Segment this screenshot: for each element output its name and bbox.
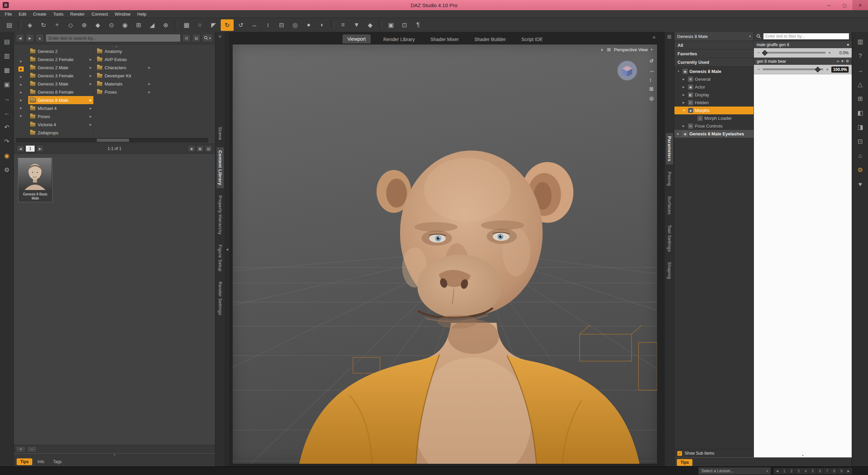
next-page-button[interactable]: ▶ (36, 145, 44, 152)
view-navigation-cube[interactable] (616, 60, 638, 81)
menu-item[interactable]: File (1, 11, 15, 17)
nudge-down-button[interactable]: − (757, 67, 760, 72)
pager-page-button[interactable]: 5 (810, 468, 816, 474)
pager-prev-button[interactable]: ◀ (774, 468, 780, 474)
pager-page-button[interactable]: 6 (817, 468, 823, 474)
collapse-all-button[interactable]: ⊟ (182, 34, 191, 42)
parameters-tree-item[interactable]: ▼ ◉ Genesis 8 Male (674, 68, 754, 75)
help-icon[interactable]: ? (856, 52, 865, 60)
menu-item[interactable]: Connect (88, 11, 111, 17)
rotate-tool-icon[interactable]: ↻ (37, 19, 50, 31)
side-tab[interactable]: Parameters (666, 133, 673, 165)
side-tab[interactable]: Content Library (217, 147, 224, 188)
nudge-down-button[interactable]: − (757, 50, 760, 55)
category-row[interactable]: Favorites (674, 50, 754, 58)
side-tab[interactable]: Figure Setup (217, 242, 224, 274)
save-icon[interactable]: ▣ (2, 80, 11, 89)
slider-thumb[interactable] (762, 50, 767, 56)
up-folder-button[interactable]: ▲ (36, 34, 44, 42)
side-tab[interactable]: Surfaces (666, 193, 673, 218)
parameters-tree-item[interactable]: ▼ ◆ Morphs (674, 107, 754, 114)
search-input[interactable] (46, 34, 181, 42)
pane-menu-icon[interactable]: ▤ (667, 34, 671, 41)
world-globe-icon[interactable]: ○ (194, 19, 206, 31)
node-selection-tool-icon[interactable]: ◈ (23, 19, 36, 31)
import-icon[interactable]: → (2, 94, 11, 103)
new-file-icon[interactable]: ▤ (2, 37, 11, 46)
menu-item[interactable]: Render (67, 11, 88, 17)
detail-view-icon[interactable]: ▤ (205, 145, 212, 152)
expander-icon[interactable]: ▼ (677, 70, 681, 73)
shaded-style-icon[interactable]: ◐ (316, 19, 329, 31)
tree-item[interactable]: Materials ▶ (95, 80, 152, 88)
tree-item[interactable]: Zellaprops (28, 129, 93, 137)
scroll-up-icon[interactable]: ▴ (116, 45, 117, 48)
content-folder-icon[interactable]: ▦ (2, 66, 11, 75)
horizontal-scrollbar[interactable] (16, 138, 208, 142)
pager-page-button[interactable]: 1 (781, 468, 788, 474)
geometry-editor-icon[interactable]: ⊞ (132, 19, 145, 31)
orbit-camera-icon[interactable]: ↺ (649, 58, 654, 64)
side-tab[interactable]: Shaping (666, 259, 673, 282)
favorites-heart-icon[interactable]: ♥ (856, 180, 865, 189)
pointer-tool-icon[interactable]: ◤ (207, 19, 220, 31)
parameters-tree-item[interactable]: ▶ ∅ Hidden (674, 99, 754, 107)
expander-arrow-icon[interactable]: ▶ (18, 82, 24, 87)
universal-tool-icon[interactable]: ⊕ (78, 19, 91, 31)
expander-icon[interactable]: ▶ (683, 86, 686, 89)
remove-button[interactable]: − (27, 446, 37, 452)
tree-item[interactable]: Characters ▶ (95, 63, 152, 72)
tree-item[interactable]: Genesis 2 (28, 47, 93, 55)
pager-page-button[interactable]: 4 (802, 468, 809, 474)
node-weight-brush-icon[interactable]: ◉ (119, 19, 131, 31)
show-sub-items-row[interactable]: ✓ Show Sub Items (674, 449, 754, 457)
side-tab[interactable]: Render Settings (217, 279, 224, 318)
nudge-up-button[interactable]: + (826, 67, 829, 72)
expander-arrow-icon[interactable]: ▶ (18, 74, 24, 79)
view-selector[interactable]: ◐ ⊞ Perspective View ▾ (601, 47, 652, 52)
category-row[interactable]: Currently Used (674, 58, 754, 66)
active-pose-tool-icon[interactable]: ◆ (91, 19, 104, 31)
dock-left-icon[interactable]: ◧ (856, 109, 865, 117)
morph-value[interactable]: 100.0% (831, 66, 849, 73)
menu-item[interactable]: Help (134, 11, 150, 17)
preferences-gear-icon[interactable]: ⚙ (2, 166, 11, 174)
viewport-tab[interactable]: Script IDE (519, 35, 545, 43)
scene-info-icon[interactable]: ▤ (3, 19, 16, 31)
open-file-icon[interactable]: ▥ (2, 52, 11, 60)
prev-page-button[interactable]: ◀ (17, 145, 24, 152)
bottom-tab[interactable]: Tags (49, 458, 65, 465)
left-splitter[interactable]: ◀ (225, 32, 229, 467)
parameters-tree-item[interactable]: ▶ ⚙ General (674, 75, 754, 83)
tips-tab[interactable]: Tips (677, 459, 692, 466)
pager-page-button[interactable]: 3 (795, 468, 802, 474)
expander-icon[interactable]: ▼ (683, 109, 686, 112)
aim-camera-icon[interactable]: ◎ (649, 95, 654, 101)
timeline-icon[interactable]: ≡ (337, 19, 349, 31)
genesis-8-figure[interactable] (300, 151, 640, 464)
scene-3d-render[interactable] (233, 44, 657, 464)
expander-arrow-icon[interactable]: ▶ (18, 113, 24, 118)
sort-icon[interactable]: ◉ (188, 145, 195, 152)
pager-page-button[interactable]: 7 (824, 468, 830, 474)
frame-view-icon[interactable]: ⊞ (649, 86, 654, 92)
separator[interactable] (331, 21, 334, 30)
pager-page-button[interactable]: 9 (838, 468, 845, 474)
parameters-tree-item[interactable]: ◇ Morph Loader (674, 114, 754, 122)
filter-input[interactable] (763, 33, 849, 40)
pager-page-button[interactable]: 2 (788, 468, 795, 474)
render-ball-icon[interactable]: ◉ (2, 151, 11, 160)
panel-splitter[interactable]: ▴ (14, 453, 215, 457)
tree-item[interactable]: Genesis 8 Male ▶ (28, 96, 93, 104)
side-tab[interactable]: Property Hierarchy (217, 192, 224, 238)
interface-pane-icon[interactable]: ▥ (856, 37, 865, 46)
grid-view-icon[interactable]: ▦ (196, 145, 204, 152)
menu-item[interactable]: Edit (15, 11, 30, 17)
expander-arrow-icon[interactable]: ▶ (18, 106, 24, 111)
back-button[interactable]: ◀ (16, 34, 24, 42)
pan-tool-icon[interactable]: ↔ (248, 19, 261, 31)
tree-item[interactable]: Victoria 4 ▶ (28, 120, 93, 129)
dolly-zoom-icon[interactable]: ↕ (649, 77, 654, 82)
morph-value[interactable]: 0.0% (834, 51, 849, 55)
expander-icon[interactable]: ▶ (683, 125, 686, 128)
